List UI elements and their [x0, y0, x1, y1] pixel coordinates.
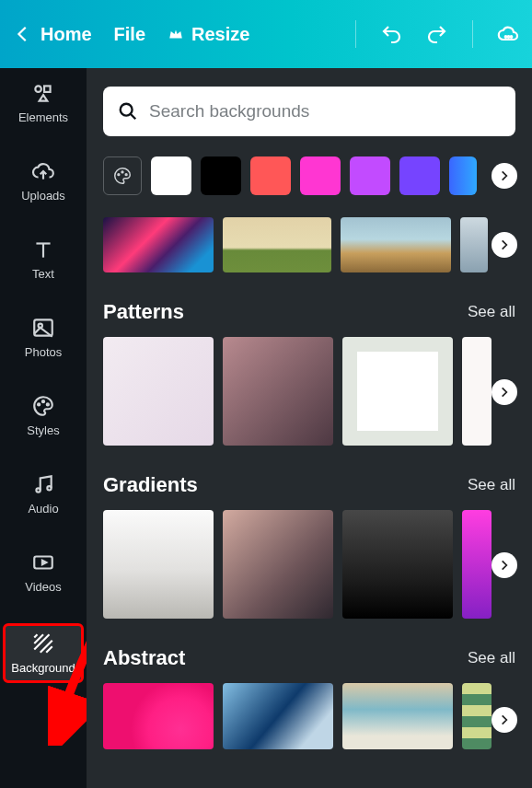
search-input[interactable] — [149, 101, 501, 122]
sidebar-item-label: Photos — [25, 345, 62, 359]
sidebar-item-label: Text — [32, 267, 54, 281]
pattern-thumb[interactable] — [223, 337, 333, 446]
pattern-thumb[interactable] — [342, 337, 453, 446]
gradient-thumb[interactable] — [223, 510, 333, 619]
svg-point-7 — [38, 403, 40, 405]
color-picker-button[interactable] — [103, 156, 142, 195]
background-thumb[interactable] — [103, 217, 214, 272]
scroll-right-button[interactable] — [492, 707, 517, 733]
section-title: Patterns — [103, 300, 184, 324]
crown-icon — [168, 26, 184, 42]
abstract-thumb[interactable] — [462, 683, 492, 749]
sidebar-item-text[interactable]: Text — [3, 232, 84, 286]
swatch-blue[interactable] — [449, 156, 477, 195]
text-icon — [31, 238, 55, 261]
section-header-abstract: Abstract See all — [103, 646, 515, 670]
svg-point-15 — [121, 104, 133, 116]
swatch-purple[interactable] — [350, 156, 390, 195]
search-field[interactable] — [103, 87, 515, 136]
chevron-right-icon — [498, 238, 511, 251]
color-swatch-row — [103, 156, 515, 195]
abstract-thumb[interactable] — [103, 683, 214, 749]
resize-button[interactable]: Resize — [168, 24, 249, 45]
back-home-button[interactable]: Home — [13, 24, 92, 45]
tool-sidebar: Elements Uploads Text Photos Styles Audi… — [0, 68, 87, 788]
gradient-thumb[interactable] — [342, 510, 453, 619]
sidebar-item-elements[interactable]: Elements — [3, 75, 84, 130]
swatch-black[interactable] — [201, 156, 241, 195]
svg-point-1 — [508, 36, 510, 38]
svg-point-2 — [511, 36, 513, 38]
sidebar-item-label: Audio — [28, 502, 58, 516]
svg-point-8 — [42, 400, 44, 402]
swatch-pink[interactable] — [300, 156, 341, 195]
sidebar-item-label: Videos — [25, 580, 62, 594]
chevron-right-icon — [498, 169, 511, 182]
sidebar-item-label: Elements — [18, 110, 68, 124]
sidebar-item-audio[interactable]: Audio — [3, 467, 84, 521]
swatch-white[interactable] — [151, 156, 191, 195]
svg-point-9 — [47, 403, 49, 405]
background-thumb[interactable] — [223, 217, 331, 272]
sidebar-item-uploads[interactable]: Uploads — [3, 154, 84, 208]
sidebar-item-label: Background — [11, 661, 75, 675]
pattern-thumb[interactable] — [103, 337, 214, 446]
redo-icon[interactable] — [426, 23, 448, 45]
gradient-thumb[interactable] — [103, 510, 214, 619]
file-label: File — [114, 24, 145, 45]
video-icon — [31, 550, 55, 574]
svg-rect-4 — [44, 86, 51, 92]
swatch-indigo[interactable] — [399, 156, 440, 195]
undo-icon[interactable] — [380, 23, 402, 45]
sidebar-item-photos[interactable]: Photos — [3, 310, 84, 365]
see-all-link[interactable]: See all — [468, 649, 515, 667]
abstract-thumb[interactable] — [223, 683, 333, 749]
search-icon — [118, 101, 138, 122]
chevron-left-icon — [13, 24, 33, 44]
gradient-thumb[interactable] — [462, 510, 492, 619]
chevron-right-icon — [498, 386, 511, 399]
svg-point-19 — [125, 174, 127, 176]
abstract-thumb[interactable] — [342, 683, 453, 749]
see-all-link[interactable]: See all — [468, 476, 515, 494]
see-all-link[interactable]: See all — [468, 303, 515, 321]
background-icon — [31, 632, 55, 655]
svg-point-11 — [47, 486, 51, 490]
chevron-right-icon — [498, 713, 511, 726]
scroll-right-button[interactable] — [492, 232, 517, 258]
sidebar-item-styles[interactable]: Styles — [3, 388, 84, 443]
image-icon — [31, 316, 55, 340]
toolbar-divider — [472, 20, 473, 48]
scroll-right-button[interactable] — [492, 552, 517, 578]
background-thumb[interactable] — [341, 217, 451, 272]
gradients-row — [103, 510, 515, 619]
chevron-right-icon — [498, 559, 511, 572]
top-toolbar: Home File Resize — [0, 0, 532, 68]
section-header-gradients: Gradients See all — [103, 473, 515, 497]
shapes-icon — [31, 81, 55, 105]
cloud-sync-icon[interactable] — [497, 23, 519, 45]
top-right-actions — [355, 20, 519, 48]
scroll-right-button[interactable] — [492, 379, 517, 405]
sidebar-item-videos[interactable]: Videos — [3, 545, 84, 599]
sidebar-item-label: Styles — [27, 423, 59, 437]
background-thumb[interactable] — [460, 217, 488, 272]
pattern-thumb[interactable] — [462, 337, 492, 446]
background-panel: Patterns See all Gradients See all Abstr… — [87, 68, 532, 788]
swatch-red[interactable] — [250, 156, 291, 195]
section-title: Gradients — [103, 473, 198, 497]
section-title: Abstract — [103, 646, 185, 670]
abstract-row — [103, 683, 515, 749]
palette-icon — [31, 394, 55, 418]
sidebar-item-background[interactable]: Background — [3, 623, 84, 683]
svg-point-3 — [35, 86, 41, 92]
svg-point-18 — [121, 171, 123, 173]
section-header-patterns: Patterns See all — [103, 300, 515, 324]
file-menu[interactable]: File — [114, 24, 145, 45]
music-icon — [31, 472, 55, 496]
scroll-right-button[interactable] — [492, 163, 517, 189]
palette-icon — [112, 166, 133, 186]
sidebar-item-label: Uploads — [21, 189, 65, 203]
patterns-row — [103, 337, 515, 446]
home-label: Home — [40, 24, 92, 45]
